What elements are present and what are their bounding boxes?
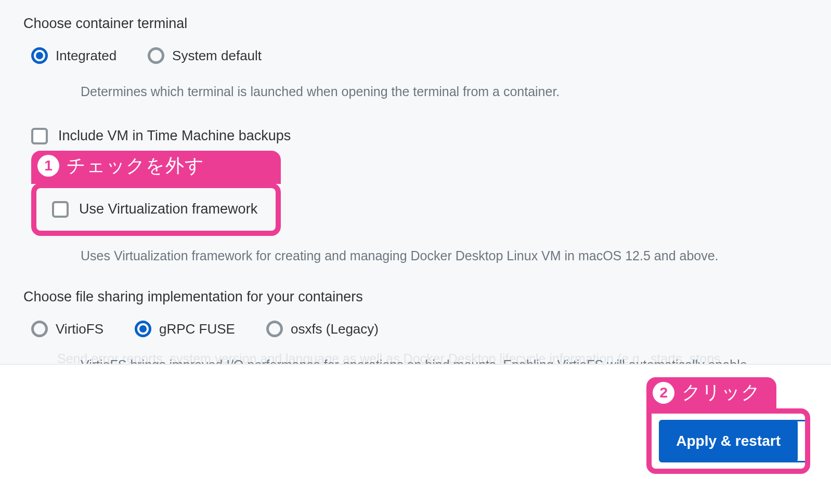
callout-number-icon: 2 bbox=[653, 382, 674, 404]
settings-panel: Choose container terminal Integrated Sys… bbox=[0, 0, 831, 504]
checkbox-label: Use Virtualization framework bbox=[79, 201, 257, 217]
radio-icon bbox=[31, 321, 48, 337]
terminal-section-title: Choose container terminal bbox=[23, 16, 810, 32]
callout-text: チェックを外す bbox=[67, 153, 204, 179]
radio-system-default[interactable]: System default bbox=[148, 47, 262, 64]
radio-label: osxfs (Legacy) bbox=[291, 321, 379, 337]
annotation-highlight-box-1: Use Virtualization framework bbox=[31, 183, 281, 236]
radio-icon bbox=[148, 47, 164, 64]
radio-label: VirtioFS bbox=[56, 321, 103, 337]
footer-bar: Cancel 2 クリック Apply & restart bbox=[0, 364, 831, 504]
radio-icon bbox=[31, 47, 48, 64]
annotation-callout-2: 2 クリック Apply & restart bbox=[646, 377, 810, 474]
radio-icon bbox=[266, 321, 283, 337]
callout-text: クリック bbox=[682, 380, 761, 405]
filesharing-options: VirtioFS gRPC FUSE osxfs (Legacy) bbox=[31, 321, 810, 337]
radio-icon bbox=[135, 321, 151, 337]
apply-restart-button[interactable]: Apply & restart bbox=[659, 420, 798, 462]
virtualization-desc: Uses Virtualization framework for creati… bbox=[81, 246, 757, 266]
annotation-highlight-box-2: Apply & restart bbox=[646, 408, 810, 474]
checkbox-label: Include VM in Time Machine backups bbox=[58, 128, 291, 144]
annotation-callout-1: 1 チェックを外す bbox=[31, 151, 281, 184]
radio-grpc-fuse[interactable]: gRPC FUSE bbox=[135, 321, 235, 337]
radio-virtiofs[interactable]: VirtioFS bbox=[31, 321, 103, 337]
checkbox-virtualization-framework[interactable]: Use Virtualization framework bbox=[52, 201, 260, 218]
terminal-options: Integrated System default bbox=[31, 47, 810, 64]
filesharing-section-title: Choose file sharing implementation for y… bbox=[23, 289, 810, 305]
checkbox-icon bbox=[31, 128, 48, 144]
radio-label: System default bbox=[172, 48, 262, 64]
checkbox-icon bbox=[52, 201, 69, 218]
radio-label: gRPC FUSE bbox=[159, 321, 235, 337]
terminal-desc: Determines which terminal is launched wh… bbox=[81, 82, 757, 102]
checkbox-tm-backup[interactable]: Include VM in Time Machine backups bbox=[31, 128, 810, 144]
radio-label: Integrated bbox=[56, 48, 116, 64]
radio-osxfs-legacy[interactable]: osxfs (Legacy) bbox=[266, 321, 379, 337]
radio-integrated[interactable]: Integrated bbox=[31, 47, 116, 64]
callout-number-icon: 1 bbox=[37, 155, 59, 177]
